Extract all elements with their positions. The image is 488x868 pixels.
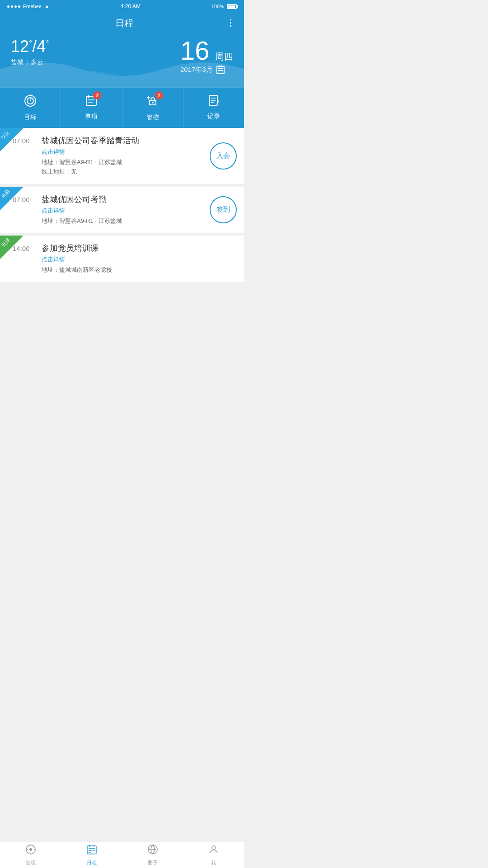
schedule-card-1: 考勤 07:00 盐城优因公司考勤 点击详情 地址：智慧谷A9-R1 · 江苏盐… [0,187,244,233]
control-badge: 2 [155,91,163,99]
events-badge: 2 [93,91,101,99]
event-address-0: 地址：智慧谷A9-R1 · 江苏盐城 线上地址：无 [42,158,204,177]
temperature: 12°/4° [11,38,49,56]
battery-percent: 100% [211,4,224,9]
detail-link-2[interactable]: 点击详情 [42,255,237,264]
nav-label-control: 管控 [146,113,159,122]
schedule-items: U云 07:00 盐城优因公司春季踏青活动 点击详情 地址：智慧谷A9-R1 ·… [0,128,244,375]
weather-info: 12°/4° 盐城|多云 [11,38,49,66]
event-title-2: 参加党员培训课 [42,243,237,254]
event-title-0: 盐城优因公司春季踏青活动 [42,135,204,146]
record-icon [207,94,220,110]
quick-nav-bar: 目标 2 事项 2 管控 [0,87,244,128]
nav-item-events[interactable]: 2 事项 [61,88,122,128]
schedule-card-0: U云 07:00 盐城优因公司春季踏青活动 点击详情 地址：智慧谷A9-R1 ·… [0,128,244,184]
empty-space [0,285,244,375]
svg-line-4 [33,98,33,99]
nav-label-record: 记录 [207,113,220,121]
weather-date-section: 12°/4° 盐城|多云 16 周四 2017年3月 [0,33,244,87]
date-day-weekday: 16 周四 [180,38,233,64]
status-right: 100% [211,4,237,9]
events-icon: 2 [85,94,98,110]
action-button-0[interactable]: 入会 [210,142,237,170]
nav-item-record[interactable]: 记录 [183,88,244,128]
page-title: 日程 [23,17,226,33]
status-bar: Freebee ▲ 4:20 AM 100% [0,0,244,13]
detail-link-1[interactable]: 点击详情 [42,207,204,215]
event-address-1: 地址：智慧谷A9-R1 · 江苏盐城 [42,217,204,226]
event-title-1: 盐城优因公司考勤 [42,194,204,205]
control-icon: 2 [146,94,160,111]
signal-dots [7,5,20,8]
svg-point-11 [152,102,154,104]
event-content-1: 盐城优因公司考勤 点击详情 地址：智慧谷A9-R1 · 江苏盐城 [36,194,204,226]
action-button-1[interactable]: 签到 [210,196,237,223]
tag-corner-0: U云 [0,128,23,151]
nav-item-control[interactable]: 2 管控 [122,88,183,128]
nav-label-target: 目标 [24,113,37,122]
event-content-2: 参加党员培训课 点击详情 地址：盐城城南新区老党校 [36,243,237,275]
detail-link-0[interactable]: 点击详情 [42,148,204,156]
schedule-card-2: 安排 14:00 参加党员培训课 点击详情 地址：盐城城南新区老党校 [0,236,244,282]
status-left: Freebee ▲ [7,3,50,9]
battery-icon [227,4,237,9]
event-content-0: 盐城优因公司春季踏青活动 点击详情 地址：智慧谷A9-R1 · 江苏盐城 线上地… [36,135,204,177]
carrier-name: Freebee [23,4,42,9]
more-menu-button[interactable]: ⋮ [226,17,235,27]
date-info: 16 周四 2017年3月 [180,38,233,74]
tag-corner-2: 安排 [0,236,23,259]
weather-location: 盐城|多云 [11,58,49,66]
app-header: 日程 ⋮ [0,13,244,33]
status-time: 4:20 AM [121,3,141,9]
tag-corner-1: 考勤 [0,187,23,210]
schedule-list: U云 07:00 盐城优因公司春季踏青活动 点击详情 地址：智慧谷A9-R1 ·… [0,128,244,401]
target-icon [23,94,37,111]
nav-item-target[interactable]: 目标 [0,88,61,128]
wifi-icon: ▲ [44,3,50,9]
nav-label-events: 事项 [85,113,98,121]
event-address-2: 地址：盐城城南新区老党校 [42,265,237,275]
calendar-icon[interactable] [216,66,225,74]
date-year-month: 2017年3月 [180,66,233,74]
